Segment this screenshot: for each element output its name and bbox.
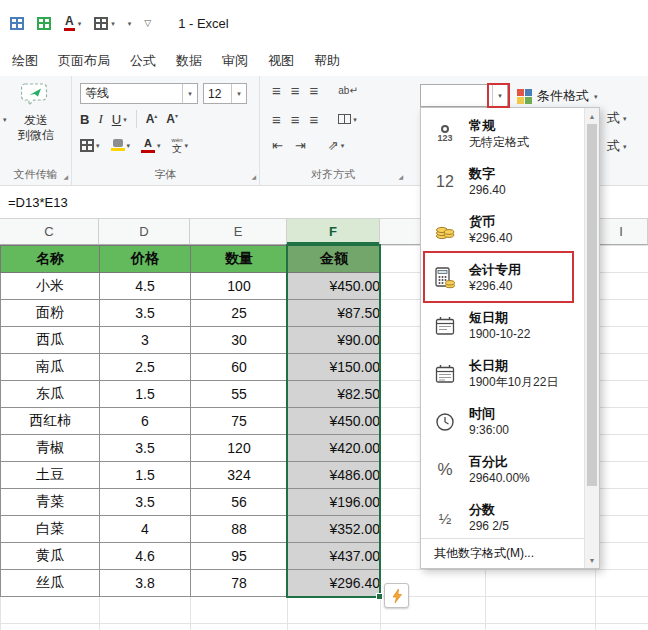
number-format-combobox[interactable]: ▾ <box>420 84 508 107</box>
scroll-up-icon[interactable]: ▲ <box>585 109 599 123</box>
scrollbar-thumb[interactable] <box>587 124 597 486</box>
empty-cell[interactable] <box>596 435 648 462</box>
cell-selected[interactable]: ¥486.00 <box>288 462 381 489</box>
empty-cell[interactable] <box>486 624 596 630</box>
tab-data[interactable]: 数据 <box>176 52 202 70</box>
qat-font-color-button[interactable]: A▾ <box>64 15 81 31</box>
more-number-formats[interactable]: 其他数字格式(M)... <box>421 538 584 568</box>
borders-button[interactable]: ▾ <box>80 139 100 152</box>
empty-cell[interactable] <box>596 624 648 630</box>
empty-cell[interactable] <box>596 273 648 300</box>
phonetic-guide-button[interactable]: wén文▾ <box>172 137 189 154</box>
cell[interactable]: 3.5 <box>100 489 191 516</box>
cell[interactable]: 4 <box>100 516 191 543</box>
empty-cell[interactable] <box>1 597 100 624</box>
cell[interactable]: 4.6 <box>100 543 191 570</box>
dropdown-scrollbar[interactable]: ▲ ▼ <box>584 108 599 568</box>
format-option-currency[interactable]: 货币¥296.40 <box>421 206 584 254</box>
cell[interactable]: 75 <box>191 408 288 435</box>
cell-selected[interactable]: ¥437.00 <box>288 543 381 570</box>
qat-borders-button[interactable]: ▾ <box>94 17 115 30</box>
cell[interactable]: 西瓜 <box>1 327 100 354</box>
format-option-accounting[interactable]: 会计专用¥296.40 <box>421 254 584 302</box>
col-header-f-selected[interactable]: F <box>287 219 380 245</box>
customize-toolbar-icon[interactable]: ▽ <box>144 18 151 28</box>
cell[interactable]: 25 <box>191 300 288 327</box>
empty-cell[interactable] <box>596 354 648 381</box>
empty-cell[interactable] <box>596 408 648 435</box>
cell[interactable]: 1.5 <box>100 462 191 489</box>
qat-table-button[interactable] <box>10 17 24 30</box>
cell-selected[interactable]: ¥82.50 <box>288 381 381 408</box>
cell-styles-button-fragment[interactable]: 式▾ <box>607 137 627 155</box>
cell-selected[interactable]: ¥450.00 <box>288 408 381 435</box>
empty-cell[interactable] <box>1 624 100 630</box>
format-option-number[interactable]: 12 数字296.40 <box>421 158 584 206</box>
empty-cell[interactable] <box>596 381 648 408</box>
cell[interactable]: 3 <box>100 327 191 354</box>
number-format-dropdown-arrow[interactable]: ▾ <box>492 85 507 106</box>
empty-cell[interactable] <box>596 489 648 516</box>
qat-more-button[interactable]: ▾ <box>128 20 132 27</box>
cell[interactable]: 56 <box>191 489 288 516</box>
tab-draw[interactable]: 绘图 <box>12 52 38 70</box>
cell[interactable]: 55 <box>191 381 288 408</box>
tab-page-layout[interactable]: 页面布局 <box>58 52 110 70</box>
empty-cell[interactable] <box>288 624 381 630</box>
empty-cell[interactable] <box>596 543 648 570</box>
merge-center-button[interactable]: ▾ <box>338 114 357 124</box>
cell[interactable]: 青菜 <box>1 489 100 516</box>
cell[interactable]: 100 <box>191 273 288 300</box>
active-cell-f13[interactable]: ¥296.40 <box>288 570 381 597</box>
cell-selected[interactable]: ¥90.00 <box>288 327 381 354</box>
cell[interactable]: 南瓜 <box>1 354 100 381</box>
align-left-button[interactable]: ≡ <box>272 112 281 127</box>
empty-cell[interactable] <box>191 624 288 630</box>
wrap-text-button[interactable]: ab↵ <box>338 85 358 96</box>
empty-cell[interactable] <box>486 597 596 624</box>
empty-cell[interactable] <box>596 462 648 489</box>
col-header-e[interactable]: E <box>190 219 287 245</box>
empty-cell[interactable] <box>486 570 596 597</box>
format-as-table-button-fragment[interactable]: 式▾ <box>607 109 627 127</box>
tab-view[interactable]: 视图 <box>268 52 294 70</box>
format-option-general[interactable]: 123 常规无特定格式 <box>421 110 584 158</box>
cell-selected[interactable]: ¥150.00 <box>288 354 381 381</box>
decrease-indent-button[interactable]: ⇤ <box>272 139 283 152</box>
tab-review[interactable]: 审阅 <box>222 52 248 70</box>
tab-help[interactable]: 帮助 <box>314 52 340 70</box>
format-option-time[interactable]: 时间9:36:00 <box>421 398 584 446</box>
align-center-button[interactable]: ≡ <box>291 112 300 127</box>
cell-selected[interactable]: ¥450.00 <box>288 273 381 300</box>
format-option-percentage[interactable]: % 百分比29640.00% <box>421 446 584 494</box>
empty-cell[interactable] <box>100 597 191 624</box>
empty-cell[interactable] <box>596 327 648 354</box>
cell[interactable]: 30 <box>191 327 288 354</box>
empty-cell[interactable] <box>100 624 191 630</box>
dialog-launcher-icon[interactable]: ◢ <box>398 173 403 180</box>
cell[interactable]: 白菜 <box>1 516 100 543</box>
header-cell[interactable]: 价格 <box>100 246 191 273</box>
cell-selected[interactable]: ¥352.00 <box>288 516 381 543</box>
tab-formulas[interactable]: 公式 <box>130 52 156 70</box>
orientation-button[interactable]: ⇗▾ <box>328 139 344 152</box>
empty-cell[interactable] <box>596 570 648 597</box>
empty-cell[interactable] <box>596 300 648 327</box>
cell[interactable]: 78 <box>191 570 288 597</box>
cell[interactable]: 3.5 <box>100 435 191 462</box>
decrease-font-size-button[interactable]: A▾ <box>166 112 178 126</box>
fill-color-button[interactable]: ▾ <box>111 139 131 151</box>
empty-cell[interactable] <box>596 246 648 273</box>
formula-text[interactable]: =D13*E13 <box>8 195 68 210</box>
font-color-button[interactable]: A▾ <box>141 138 161 153</box>
cell[interactable]: 60 <box>191 354 288 381</box>
cell[interactable]: 88 <box>191 516 288 543</box>
cell[interactable]: 黄瓜 <box>1 543 100 570</box>
col-header-i[interactable]: I <box>595 219 648 245</box>
scroll-down-icon[interactable]: ▼ <box>585 553 599 567</box>
increase-indent-button[interactable]: ⇥ <box>295 139 306 152</box>
empty-cell[interactable] <box>596 516 648 543</box>
cell[interactable]: 4.5 <box>100 273 191 300</box>
cell-selected[interactable]: ¥196.00 <box>288 489 381 516</box>
empty-cell[interactable] <box>288 597 381 624</box>
